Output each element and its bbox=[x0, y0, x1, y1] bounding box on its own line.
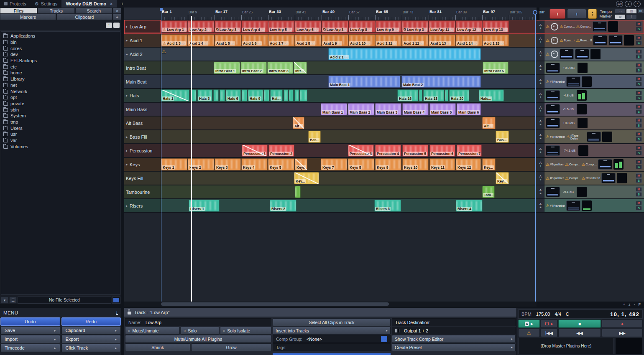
clip[interactable]: Risers 4 bbox=[456, 200, 483, 212]
add-plugin-button[interactable]: + bbox=[539, 165, 542, 168]
plugin-chip[interactable]: ⚠Compr... bbox=[565, 163, 580, 166]
time-signature[interactable]: 4/4 bbox=[555, 312, 561, 317]
hamburger-icon[interactable]: ☰ bbox=[9, 297, 17, 304]
plugin-chip[interactable]: ⚠#Equaliser bbox=[546, 163, 564, 166]
punch-record-button[interactable]: ● bbox=[541, 320, 557, 328]
track-header[interactable]: Main Beat bbox=[124, 75, 161, 88]
solo-button[interactable]: S bbox=[636, 27, 642, 31]
track-header[interactable]: ▶Percussion bbox=[124, 144, 161, 157]
volume-fader[interactable] bbox=[546, 145, 560, 156]
close-panel-button[interactable]: × bbox=[113, 8, 121, 14]
clip[interactable]: Keys 4 bbox=[241, 158, 268, 170]
clip[interactable] bbox=[289, 89, 294, 101]
track-lane[interactable]: Bas...Bas... bbox=[161, 130, 537, 143]
add-plugin-button[interactable]: + bbox=[539, 123, 542, 127]
clip[interactable] bbox=[220, 89, 225, 101]
track-lane[interactable]: Main Beat 1Main Beat 2 bbox=[161, 75, 537, 88]
file-list-item[interactable]: var bbox=[1, 137, 120, 144]
solo-isolate-button[interactable]: ○ Solo Isolate bbox=[220, 327, 271, 335]
clip[interactable]: Key... bbox=[482, 158, 496, 170]
clip[interactable]: Hats 16 bbox=[397, 89, 418, 101]
menu-clipboard-button[interactable]: Clipboard▸ bbox=[61, 326, 121, 335]
zoom-in-button[interactable]: + bbox=[623, 302, 625, 307]
file-list-item[interactable]: tmp bbox=[1, 119, 120, 125]
add-plugin-button[interactable]: + bbox=[539, 178, 542, 182]
file-list-item[interactable]: private bbox=[1, 101, 120, 107]
synth-dial-icon[interactable] bbox=[551, 51, 558, 58]
plugin-chip[interactable]: ⚠Reve... 8 bbox=[576, 39, 592, 42]
clip[interactable]: Intro Beat 5 bbox=[483, 62, 509, 74]
parent-directory-button[interactable]: ↑ bbox=[106, 23, 112, 28]
zoom-out-button[interactable]: - bbox=[634, 302, 635, 307]
clip[interactable]: Percussion 7 bbox=[457, 145, 482, 157]
projects-menu[interactable]: Projects bbox=[0, 0, 31, 8]
clip[interactable]: ⧉Low Arp 3∿∿ bbox=[322, 20, 348, 33]
add-plugin-button[interactable]: + bbox=[539, 192, 542, 195]
file-list-item[interactable]: cores bbox=[1, 45, 120, 51]
clip[interactable]: Keys 7 bbox=[321, 158, 347, 170]
tab-search[interactable]: Search bbox=[75, 8, 112, 14]
mute-button[interactable]: M bbox=[636, 118, 642, 123]
clip[interactable] bbox=[445, 89, 448, 101]
file-list-item[interactable]: EFI-Backups bbox=[1, 58, 120, 64]
solo-button[interactable]: S bbox=[636, 109, 642, 114]
edit-tab[interactable]: Woody D&B Demo × bbox=[61, 0, 117, 8]
add-plugin-button[interactable]: + bbox=[539, 151, 542, 154]
volume-fader[interactable] bbox=[560, 49, 574, 59]
add-marker-button[interactable]: + bbox=[549, 9, 565, 19]
plugin-chip[interactable]: ⚠Compr... bbox=[581, 163, 596, 166]
clip[interactable]: Keys 10 bbox=[402, 158, 429, 170]
volume-fader[interactable] bbox=[608, 35, 623, 46]
solo-button[interactable]: ○ Solo bbox=[181, 327, 219, 335]
clip[interactable] bbox=[300, 89, 307, 101]
mute-button[interactable]: M bbox=[636, 77, 642, 81]
clip[interactable]: Low Arp 12∿∿ bbox=[455, 20, 482, 33]
file-list-item[interactable]: opt bbox=[1, 94, 120, 101]
rewind-button[interactable]: ◀◀ bbox=[558, 329, 601, 337]
file-list-item[interactable]: System bbox=[1, 113, 120, 119]
track-lane[interactable]: ⚠Low Arp 1∿∿Low Arp 2∿∿⧉Low Arp 3∿∿Low A… bbox=[161, 20, 537, 33]
clip[interactable]: Risers 2 bbox=[270, 200, 296, 212]
clip[interactable]: Risers 1 bbox=[189, 200, 220, 212]
file-list-item[interactable]: Network bbox=[1, 88, 120, 94]
track-header[interactable]: ▶Low Arp bbox=[124, 20, 161, 33]
loop-end-line[interactable] bbox=[535, 13, 536, 302]
shrink-button[interactable]: Shrink bbox=[125, 343, 190, 351]
clip[interactable]: Keys 6 bbox=[295, 158, 307, 170]
clip[interactable]: Main Bass 6 bbox=[457, 103, 481, 115]
track-lane[interactable]: Tam... bbox=[161, 185, 537, 198]
add-plugin-button[interactable]: + bbox=[539, 96, 542, 99]
solo-button[interactable]: S bbox=[636, 82, 642, 86]
clip[interactable]: Acid 2 1∿∿ bbox=[328, 48, 481, 60]
track-lane[interactable]: Key...Key... bbox=[161, 172, 537, 185]
grow-button[interactable]: Grow bbox=[191, 343, 271, 351]
record-button[interactable]: ● bbox=[602, 320, 643, 328]
clip[interactable]: Key... bbox=[496, 172, 509, 184]
plugin-chip[interactable]: ⚠#Equaliser bbox=[546, 177, 564, 180]
new-file-button[interactable] bbox=[113, 23, 120, 28]
playhead-line[interactable] bbox=[161, 12, 161, 302]
volume-fader[interactable] bbox=[587, 132, 601, 142]
file-list-item[interactable]: net bbox=[1, 82, 120, 89]
mute-button[interactable]: M bbox=[636, 22, 642, 26]
clip[interactable]: Hats 6 bbox=[226, 89, 241, 101]
expand-arrow-icon[interactable]: ▶ bbox=[126, 39, 130, 42]
mute-button[interactable]: M bbox=[636, 160, 642, 164]
clip[interactable]: Main Beat 2 bbox=[401, 76, 481, 88]
solo-button[interactable]: S bbox=[636, 137, 642, 142]
tags-input-strip[interactable] bbox=[273, 353, 391, 355]
solo-button[interactable]: S bbox=[636, 54, 642, 59]
clip[interactable]: Main Beat 1 bbox=[328, 76, 400, 88]
tab-files[interactable]: Files bbox=[0, 8, 37, 14]
clip[interactable]: ⚠Low Arp 1∿∿ bbox=[161, 20, 188, 33]
add-panel-button[interactable]: + bbox=[113, 14, 121, 20]
track-header[interactable]: ▶Acid 2 bbox=[124, 48, 161, 61]
plugin-chip[interactable]: ⚠Compr... bbox=[560, 25, 575, 28]
clip[interactable]: Main Bass 5 bbox=[429, 103, 456, 115]
piano-view-button[interactable]: Ш bbox=[637, 9, 644, 14]
track-header[interactable]: Intro Beat bbox=[124, 61, 161, 74]
volume-fader[interactable] bbox=[546, 104, 560, 114]
clip[interactable]: Low Arp 13∿∿ bbox=[482, 20, 509, 33]
clip[interactable] bbox=[264, 89, 269, 101]
clip[interactable]: Alt ... bbox=[482, 117, 496, 129]
